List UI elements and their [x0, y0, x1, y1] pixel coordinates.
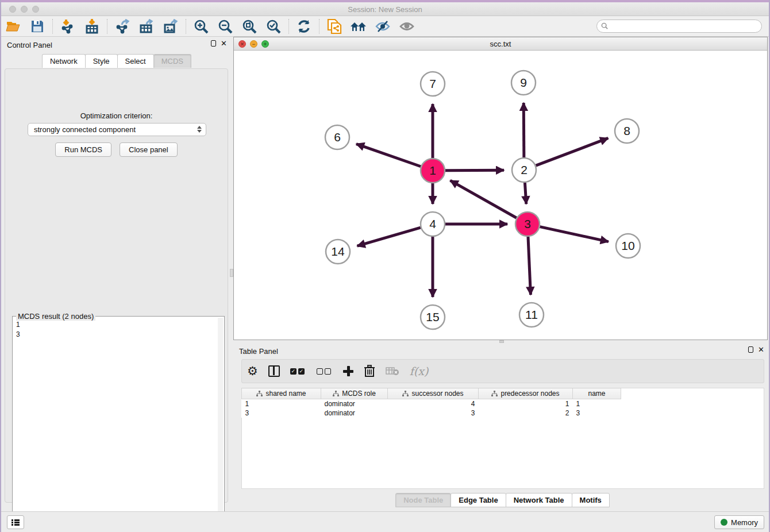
show-column-panel-icon[interactable] [268, 365, 280, 377]
search-input[interactable] [596, 20, 762, 33]
graph-edge-3-11[interactable] [528, 237, 530, 295]
cell-predecessor-nodes[interactable]: 2 [479, 408, 573, 418]
control-panel: Control Panel ✕ Network Style Select MCD… [1, 37, 232, 506]
table-row[interactable]: 3 dominator 3 2 3 [242, 408, 621, 418]
tab-motifs[interactable]: Motifs [572, 493, 610, 507]
app-title: Session: New Session [1, 5, 769, 14]
export-image-icon[interactable] [162, 18, 179, 34]
control-panel-tabs: Network Style Select MCDS [1, 54, 232, 68]
column-header-name[interactable]: name [573, 388, 621, 399]
show-all-icon[interactable] [398, 18, 415, 34]
graph-edge-1-6[interactable] [356, 144, 421, 167]
hide-selected-icon[interactable] [374, 18, 391, 34]
cell-name[interactable]: 1 [573, 399, 621, 409]
network-graph[interactable]: 1234678910111415 [234, 51, 767, 340]
node-table: shared name MCDS role successor nodes pr… [241, 388, 621, 418]
graph-node-label-1: 1 [429, 164, 436, 177]
column-header-predecessor-nodes[interactable]: predecessor nodes [479, 388, 573, 399]
graph-edge-3-1[interactable] [450, 180, 516, 218]
table-tabs: Node Table Edge Table Network Table Moti… [233, 493, 770, 507]
import-table-icon[interactable] [83, 18, 101, 34]
graph-node-label-10: 10 [621, 239, 634, 252]
tab-node-table[interactable]: Node Table [395, 493, 451, 507]
delete-column-icon[interactable] [364, 365, 375, 377]
first-neighbors-icon[interactable] [350, 18, 367, 34]
tab-mcds[interactable]: MCDS [153, 54, 191, 68]
tab-style[interactable]: Style [85, 54, 118, 68]
open-file-icon[interactable] [5, 18, 22, 34]
cell-shared-name[interactable]: 1 [242, 399, 321, 409]
cell-shared-name[interactable]: 3 [242, 408, 321, 418]
task-history-button[interactable] [7, 515, 24, 529]
function-builder-icon: f(x) [410, 365, 429, 377]
graph-edge-2-9[interactable] [523, 103, 524, 157]
tab-edge-table[interactable]: Edge Table [451, 493, 506, 507]
graph-edge-2-8[interactable] [536, 138, 609, 165]
close-panel-button[interactable]: Close panel [120, 142, 178, 157]
graph-node-label-3: 3 [524, 217, 531, 230]
graph-edge-4-14[interactable] [357, 228, 421, 246]
zoom-in-icon[interactable] [192, 18, 210, 34]
zoom-selected-icon[interactable] [265, 18, 282, 34]
toolbar-separator [319, 19, 319, 34]
column-header-shared-name[interactable]: shared name [242, 388, 321, 399]
optimization-criterion-label: Optimization criterion: [5, 111, 228, 120]
delete-table-icon [386, 366, 399, 376]
deselect-all-checkboxes-icon[interactable] [317, 368, 333, 375]
memory-button[interactable]: Memory [714, 515, 764, 529]
export-network-icon[interactable] [114, 18, 131, 34]
zoom-out-icon[interactable] [217, 18, 234, 34]
dropdown-arrows-icon [197, 126, 202, 133]
cell-successor-nodes[interactable]: 4 [388, 399, 479, 409]
zoom-fit-icon[interactable] [241, 18, 258, 34]
tab-select[interactable]: Select [117, 54, 154, 68]
select-all-checkboxes-icon[interactable]: ✓✓ [290, 368, 306, 375]
cell-mcds-role[interactable]: dominator [321, 399, 388, 409]
graph-edge-2-3[interactable] [525, 183, 526, 204]
add-column-icon[interactable] [343, 366, 353, 376]
network-canvas[interactable]: 1234678910111415 [234, 51, 767, 340]
table-toolbar: ⚙ ✓✓ f(x) [241, 359, 764, 383]
graph-node-label-14: 14 [331, 245, 345, 258]
graph-node-label-7: 7 [429, 77, 436, 90]
cell-successor-nodes[interactable]: 3 [388, 408, 479, 418]
apply-layout-icon[interactable] [295, 18, 313, 34]
table-row[interactable]: 1 dominator 4 1 1 [242, 399, 621, 409]
clone-network-icon[interactable] [326, 18, 343, 34]
float-table-panel-icon[interactable] [748, 346, 753, 353]
toolbar-separator [186, 19, 186, 34]
table-panel-title: Table Panel [239, 347, 278, 356]
cell-name[interactable]: 3 [573, 408, 621, 418]
criterion-dropdown[interactable]: strongly connected component [28, 123, 206, 136]
export-table-icon[interactable] [138, 18, 155, 34]
mcds-result-box: MCDS result (2 nodes) 1 3 [12, 316, 225, 532]
control-panel-header: Control Panel ✕ [1, 37, 232, 52]
tab-network[interactable]: Network [42, 54, 86, 68]
settings-gear-icon[interactable]: ⚙ [247, 364, 258, 378]
close-table-panel-icon[interactable]: ✕ [758, 346, 764, 353]
float-panel-icon[interactable] [211, 40, 216, 47]
network-window-titlebar[interactable]: ✕ − + scc.txt [234, 37, 767, 51]
close-panel-icon[interactable]: ✕ [221, 40, 227, 47]
cell-mcds-role[interactable]: dominator [321, 408, 388, 418]
main-toolbar [1, 16, 769, 37]
graph-node-label-15: 15 [426, 310, 439, 323]
toolbar-separator [52, 19, 53, 34]
graph-edge-1-2[interactable] [445, 170, 504, 171]
mcds-result-text[interactable]: 1 3 [14, 320, 216, 340]
table-panel: Table Panel ✕ ⚙ ✓✓ f(x) shared [233, 343, 770, 511]
run-mcds-button[interactable]: Run MCDS [55, 142, 111, 157]
search-icon [601, 22, 608, 29]
app-titlebar: Session: New Session [1, 2, 769, 16]
column-header-mcds-role[interactable]: MCDS role [321, 388, 388, 399]
result-scrollbar[interactable] [218, 318, 223, 531]
graph-edge-3-10[interactable] [540, 227, 608, 242]
import-network-icon[interactable] [59, 18, 76, 34]
column-header-successor-nodes[interactable]: successor nodes [388, 388, 479, 399]
graph-node-label-4: 4 [429, 217, 436, 230]
tab-network-table[interactable]: Network Table [506, 493, 572, 507]
cell-predecessor-nodes[interactable]: 1 [479, 399, 573, 409]
graph-node-label-2: 2 [521, 163, 528, 176]
save-session-icon[interactable] [29, 18, 46, 34]
mcds-result-title: MCDS result (2 nodes) [16, 312, 95, 321]
